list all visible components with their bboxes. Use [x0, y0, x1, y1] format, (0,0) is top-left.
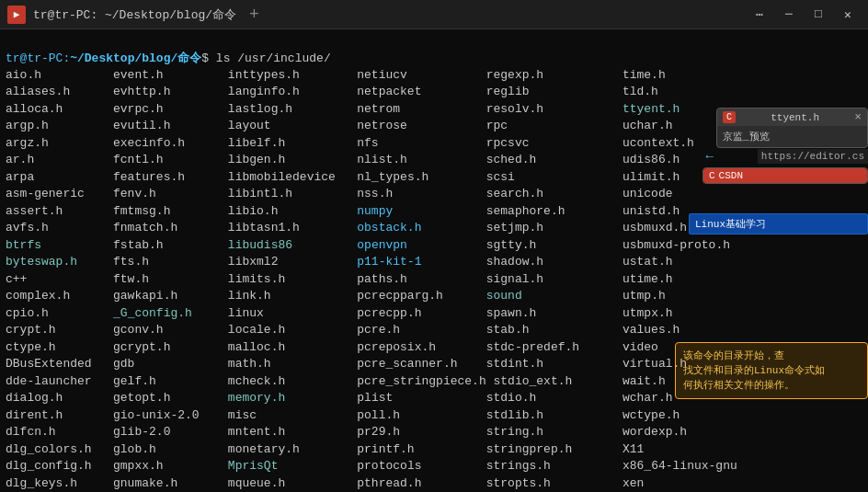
overlay-container: C ttyent.h × 京监_预览 ← https://editor.cs C…: [666, 29, 868, 492]
title-bar-left: ▶ tr@tr-PC: ~/Desktop/blog/命令 +: [7, 6, 265, 24]
title-bar: ▶ tr@tr-PC: ~/Desktop/blog/命令 + ⋯ ─ □ ✕: [0, 0, 868, 29]
csdn-header: C CSDN: [703, 168, 867, 183]
helper-panel: 该命令的目录开始，查 找文件和目录的Linux命令式如 何执行相关文件的操作。: [675, 342, 868, 399]
linux-panel: Linux基础学习: [689, 213, 868, 235]
helper-line3: 何执行相关文件的操作。: [683, 378, 860, 393]
ttyent-title: ttyent.h: [771, 112, 819, 123]
editor-url: https://editor.cs: [758, 149, 868, 164]
ttyent-panel: C ttyent.h × 京监_预览: [716, 108, 868, 148]
helper-line1: 该命令的目录开始，查: [683, 349, 860, 363]
terminal-icon: ▶: [7, 6, 26, 24]
minimize-button[interactable]: ⋯: [747, 5, 772, 25]
ttyent-icon: C: [723, 111, 736, 123]
terminal-body[interactable]: tr@tr-PC:~/Desktop/blog/命令$ ls /usr/incl…: [0, 29, 868, 492]
minimize-button2[interactable]: ─: [776, 5, 802, 25]
maximize-button[interactable]: □: [805, 5, 831, 25]
ttyent-panel-header: C ttyent.h ×: [717, 109, 867, 126]
close-button[interactable]: ✕: [835, 5, 861, 25]
ttyent-body: 京监_预览: [717, 126, 867, 147]
window-title: tr@tr-PC: ~/Desktop/blog/命令: [33, 6, 236, 23]
title-bar-right: ⋯ ─ □ ✕: [747, 5, 861, 25]
csdn-label: CSDN: [719, 170, 743, 181]
back-arrow-icon[interactable]: ←: [706, 149, 714, 164]
csdn-panel[interactable]: C CSDN: [702, 167, 868, 184]
ttyent-close[interactable]: ×: [854, 110, 862, 124]
helper-line2: 找文件和目录的Linux命令式如: [683, 363, 860, 378]
csdn-icon: C: [709, 170, 715, 181]
file-col1: aio.h event.h inttypes.h netiucv regexp.…: [6, 68, 737, 493]
file-listing: aio.h event.h inttypes.h netiucv regexp.…: [6, 50, 677, 492]
add-tab-button[interactable]: +: [244, 6, 265, 24]
